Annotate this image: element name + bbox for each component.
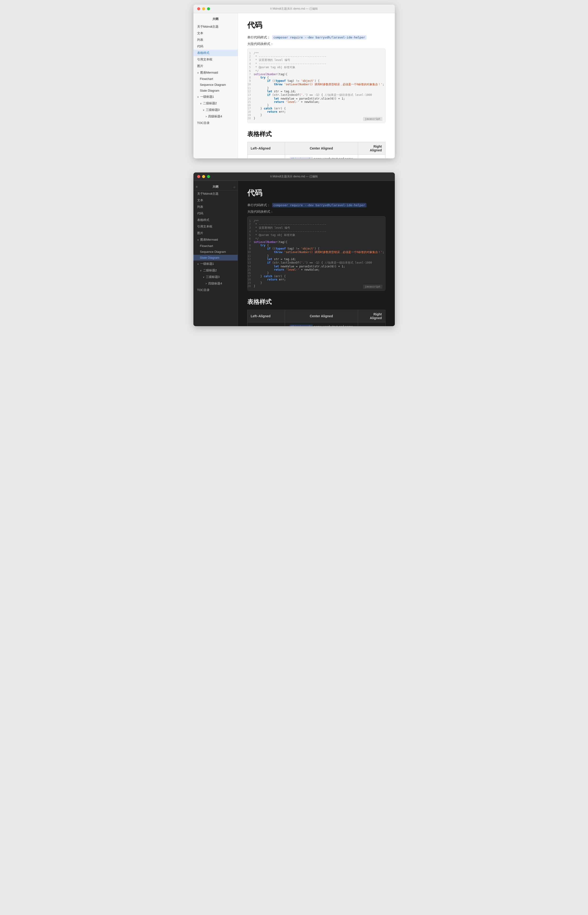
sidebar-item-代码[interactable]: 代码 (194, 43, 238, 50)
sidebar-item-三级标题3[interactable]: ∨三级标题3 (194, 107, 238, 113)
code-token: ; (383, 251, 384, 254)
sidebar-item-列表[interactable]: 列表 (194, 37, 238, 43)
sidebar-item-三级标题3[interactable]: ∨三级标题3 (194, 274, 238, 280)
code-line: 5 * @param tag obj 标签对象 (247, 65, 385, 70)
code-line: 11 } (247, 254, 385, 257)
code-token: let (274, 97, 279, 100)
code-token: newValue = parseInt(str.slice(6)) + 1; (279, 265, 345, 268)
sidebar-item-关于Mdmdt主题[interactable]: 关于Mdmdt主题 (194, 191, 238, 197)
line-content: if ((typeof tag) != 'object') { (254, 247, 385, 250)
code-token: return (274, 268, 284, 271)
sidebar-item-StateDiagram[interactable]: State Diagram (194, 87, 238, 94)
sidebar-item-图表Mermaid[interactable]: ∨图表Mermaid (194, 236, 238, 243)
sidebar-item-SequenceDiagram[interactable]: Sequence Diagram (194, 82, 238, 87)
sidebar-item-Flowchart[interactable]: Flowchart (194, 76, 238, 82)
code-token: } (267, 104, 269, 107)
line-number: 9 (247, 247, 254, 250)
sidebar-item-二级标题2[interactable]: ∨二级标题2 (194, 100, 238, 107)
code-token: + newValue; (299, 100, 320, 104)
main-content-dark[interactable]: 代码 单行代码样式： composer require --dev barryv… (238, 181, 395, 326)
table-cell-col1: This is the first line (247, 155, 285, 159)
line-number: 13 (247, 261, 254, 265)
code-line: 2 * ------------------------------------… (247, 223, 385, 226)
sidebar-item-四级标题4[interactable]: >四级标题4 (194, 280, 238, 287)
code-token: 'object' (299, 79, 315, 83)
line-content: } catch (err) { (254, 275, 385, 278)
maximize-button-light[interactable] (207, 7, 210, 10)
code-token: */ (254, 70, 259, 73)
line-number: 2 (247, 223, 254, 226)
minimize-button-light[interactable] (202, 7, 205, 10)
sidebar-item-引用文本框[interactable]: 引用文本框 (194, 223, 238, 230)
code-token (254, 107, 260, 110)
line-content: /** (254, 219, 385, 223)
sidebar-item-图片[interactable]: 图片 (194, 230, 238, 236)
table-cell-col1: This is the first line (247, 322, 285, 326)
sidebar-item-列表[interactable]: 列表 (194, 204, 238, 210)
sidebar-item-表格样式[interactable]: 表格样式 (194, 50, 238, 56)
sidebar-item-TOC目录[interactable]: TOC目录 (194, 120, 238, 126)
line-number: 7 (247, 240, 254, 244)
sidebar-header-light: 大纲 (194, 15, 238, 23)
code-line: 4 * ------------------------------------… (247, 230, 385, 233)
sidebar-item-表格样式[interactable]: 表格样式 (194, 217, 238, 223)
titlebar-title-light: ⎘ Mdmdt主题演示 demo.md — 已编辑 (270, 7, 318, 11)
code-token: ) == -1) { (306, 261, 323, 264)
sidebar-item-文本[interactable]: 文本 (194, 30, 238, 37)
line-content: } (254, 104, 385, 107)
line-number: 6 (247, 237, 254, 240)
maximize-button-dark[interactable] (207, 175, 210, 178)
sidebar-item-四级标题4[interactable]: >四级标题4 (194, 113, 238, 120)
table-header: Left–Aligned (247, 142, 285, 155)
sidebar-item-引用文本框[interactable]: 引用文本框 (194, 56, 238, 63)
sidebar-item-一级标题1[interactable]: ∨一级标题1 (194, 261, 238, 267)
sidebar-item-一级标题1[interactable]: ∨一级标题1 (194, 94, 238, 100)
sidebar-light: 大纲 关于Mdmdt主题文本列表代码表格样式引用文本框图片∨图表MermaidF… (194, 13, 238, 159)
sidebar-item-label: State Diagram (200, 256, 220, 259)
sidebar-dark: ≡ 大纲 ⌕ 关于Mdmdt主题文本列表代码表格样式引用文本框图片∨图表Merm… (194, 181, 238, 326)
sidebar-item-二级标题2[interactable]: ∨二级标题2 (194, 267, 238, 274)
code-line: 4 * ------------------------------------… (247, 62, 385, 65)
code-token: tag) (286, 79, 296, 83)
code-token (254, 97, 274, 100)
sidebar-item-图片[interactable]: 图片 (194, 63, 238, 70)
sidebar-item-label: 表格样式 (197, 51, 209, 55)
sidebar-item-图表Mermaid[interactable]: ∨图表Mermaid (194, 70, 238, 76)
sidebar-item-label: State Diagram (200, 89, 220, 92)
line-number: 10 (247, 83, 254, 86)
code-token: 'object' (299, 247, 315, 250)
code-token (254, 86, 267, 90)
sidebar-item-代码[interactable]: 代码 (194, 210, 238, 217)
sidebar-item-关于Mdmdt主题[interactable]: 关于Mdmdt主题 (194, 23, 238, 30)
code-token (254, 281, 260, 285)
table-cell-col3: $160 (358, 155, 385, 159)
line-number: 16 (247, 271, 254, 275)
sidebar-item-SequenceDiagram[interactable]: Sequence Diagram (194, 249, 238, 255)
code-token: catch (264, 107, 272, 110)
line-content: if (str.lastIndexOf('.') == -1) { //如果是一… (254, 93, 385, 97)
sidebar-item-TOC目录[interactable]: TOC目录 (194, 287, 238, 293)
code-token: 'setLevelNumber() 调用时参数类型错误，必须是一个h标签的对象集… (283, 83, 383, 86)
sidebar-item-Flowchart[interactable]: Flowchart (194, 243, 238, 249)
minimize-button-dark[interactable] (202, 175, 205, 178)
close-button-light[interactable] (197, 7, 200, 10)
dark-window: ⎘ Mdmdt主题演示 demo.md — 已编辑 ≡ 大纲 ⌕ 关于Mdmdt… (194, 172, 395, 326)
code-token: (( (270, 79, 276, 83)
code-token (254, 244, 260, 247)
code-token: if (267, 261, 270, 264)
code-line: 7setLevelNumber(tag){ (247, 240, 385, 244)
code-line: 9 if ((typeof tag) != 'object') { (247, 79, 385, 83)
sidebar-item-label: 一级标题1 (200, 262, 214, 266)
code-token: try (260, 76, 265, 79)
sidebar-item-StateDiagram[interactable]: State Diagram (194, 255, 238, 261)
main-content-light[interactable]: 代码 单行代码样式： composer require --dev barryv… (238, 13, 395, 159)
code-token: * --------------------------------------… (254, 230, 326, 233)
sidebar-item-文本[interactable]: 文本 (194, 197, 238, 204)
code-token: tag) (286, 247, 296, 250)
code-token (254, 251, 274, 254)
sidebar-menu-icon[interactable]: ≡ (196, 185, 198, 189)
line-content: } (254, 113, 385, 117)
close-button-dark[interactable] (197, 175, 200, 178)
main-title-light: 代码 (247, 20, 385, 31)
search-icon[interactable]: ⌕ (233, 185, 235, 189)
